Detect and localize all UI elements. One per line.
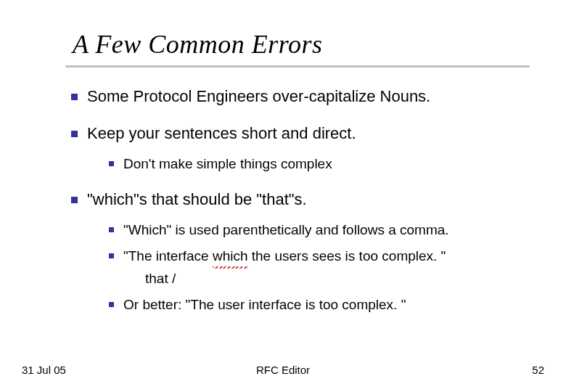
slide: A Few Common Errors Some Protocol Engine… [0,0,566,392]
item-text: "Which" is used parenthetically and foll… [123,222,449,237]
correction-text: that / [145,269,522,290]
footer-page-number: 52 [532,364,544,376]
sub-list: Don't make simple things complex [87,154,522,175]
footer-center: RFC Editor [256,364,310,376]
item-text: Don't make simple things complex [123,156,332,171]
list-item: "Which" is used parenthetically and foll… [123,220,522,241]
footer-date: 31 Jul 05 [22,364,66,376]
title-underline [65,65,530,68]
footer: 31 Jul 05 RFC Editor 52 [22,364,544,376]
list-item: Keep your sentences short and direct. Do… [87,123,522,174]
item-text-before: "The interface [123,248,213,264]
squiggle-word: which [213,246,248,267]
list-item: Or better: "The user interface is too co… [123,295,522,316]
sub-list: "Which" is used parenthetically and foll… [87,220,522,316]
item-text: Or better: "The user interface is too co… [123,297,406,312]
slide-title: A Few Common Errors [73,29,522,60]
bullet-list: Some Protocol Engineers over-capitalize … [65,86,522,316]
item-text: Keep your sentences short and direct. [87,124,356,142]
list-item: Don't make simple things complex [123,154,522,175]
item-text-after: the users sees is too complex. " [248,248,446,264]
item-text: "which"s that should be "that"s. [87,190,307,208]
list-item: "The interface which the users sees is t… [123,246,522,289]
list-item: Some Protocol Engineers over-capitalize … [87,86,522,108]
item-text: Some Protocol Engineers over-capitalize … [87,87,430,105]
list-item: "which"s that should be "that"s. "Which"… [87,189,522,316]
